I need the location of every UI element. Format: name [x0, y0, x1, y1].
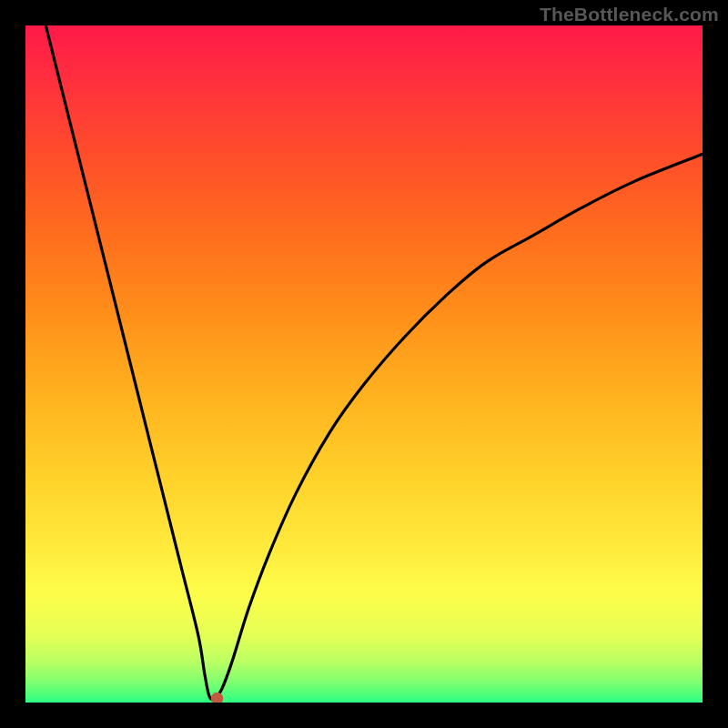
chart-svg [25, 25, 703, 703]
gradient-background [25, 25, 703, 703]
chart-frame: TheBottleneck.com [0, 0, 728, 728]
plot-area [25, 25, 703, 703]
watermark-text: TheBottleneck.com [540, 4, 719, 25]
